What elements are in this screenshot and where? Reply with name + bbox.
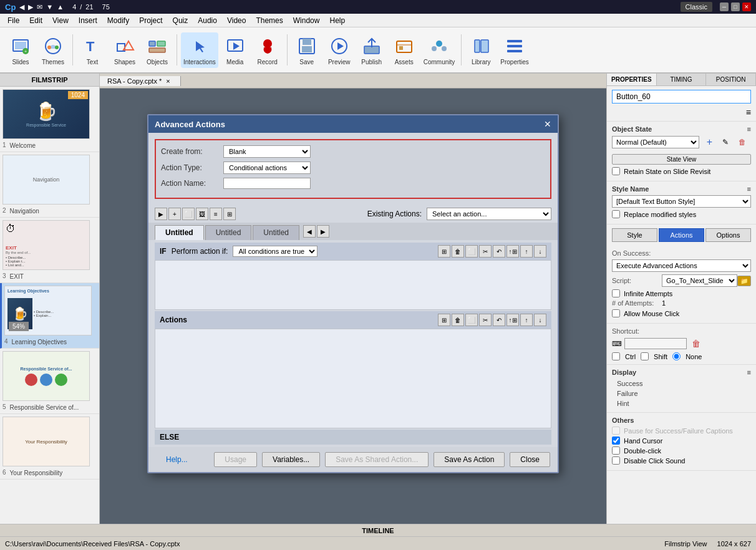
create-from-select[interactable]: Blank Template [223,145,311,158]
menu-help[interactable]: Help [324,15,350,26]
style-menu-icon[interactable]: ≡ [747,185,751,193]
if-up2-btn[interactable]: ↑ [520,245,533,258]
pause-checkbox[interactable] [612,427,620,435]
modal-tab-1[interactable]: Untitled [205,225,252,240]
tool-assets[interactable]: Assets [389,32,420,68]
nav-left-btn[interactable]: ◀ [19,3,24,11]
disable-click-checkbox[interactable] [612,456,620,465]
slide-thumb-4[interactable]: Learning Objectives 🍺 • Describe... • Ex… [0,283,99,349]
close-modal-button[interactable]: Close [510,452,550,467]
tool-library[interactable]: Library [465,32,497,68]
tool-text[interactable]: T Text [77,32,108,68]
hand-cursor-checkbox[interactable] [612,437,620,445]
act-up-btn[interactable]: ↑⊞ [506,314,519,326]
if-dup-btn[interactable]: ⬜ [465,245,478,258]
action-type-select[interactable]: Conditional actions Standard actions [223,162,311,174]
tool-slides[interactable]: + Slides [5,32,36,68]
if-cut-btn[interactable]: ✂ [479,245,492,258]
tab-nav-left[interactable]: ◀ [303,225,316,238]
kebab-menu-icon[interactable]: ≡ [746,107,751,117]
help-link[interactable]: Help... [156,453,198,466]
right-tab-timing[interactable]: TIMING [657,74,707,85]
tool-themes[interactable]: Themes [37,32,69,68]
state-view-button[interactable]: State View [612,154,751,165]
on-success-select[interactable]: Execute Advanced Actions [612,259,751,272]
tool-media[interactable]: Media [220,32,251,68]
menu-file[interactable]: File [2,15,24,26]
perform-action-select[interactable]: All conditions are true Any condition is… [233,246,317,257]
act-cut-btn[interactable]: ✂ [479,314,492,326]
close-button[interactable]: ✕ [742,2,751,11]
script-select[interactable]: Go_To_Next_Slide [662,274,737,287]
tool-record[interactable]: Record [252,32,283,68]
nav-right-btn[interactable]: ▶ [28,3,33,11]
email-icon[interactable]: ✉ [37,3,42,11]
menu-audio[interactable]: Audio [193,15,222,26]
menu-quiz[interactable]: Quiz [168,15,193,26]
right-tab-properties[interactable]: PROPERTIES [607,74,657,85]
tool-shapes[interactable]: Shapes [109,32,140,68]
act-down-btn[interactable]: ↓ [534,314,546,326]
if-undo-btn[interactable]: ↶ [493,245,505,258]
right-tab-position[interactable]: POSITION [706,74,756,85]
act-del-btn[interactable]: 🗑 [452,314,464,326]
replace-styles-checkbox[interactable] [612,210,620,218]
infinite-attempts-checkbox[interactable] [612,289,620,297]
maximize-button[interactable]: □ [731,2,740,11]
if-del-btn[interactable]: 🗑 [452,245,464,258]
classic-dropdown[interactable]: Classic [681,2,712,12]
menu-modify[interactable]: Modify [102,15,134,26]
canvas-tab-close[interactable]: × [163,77,172,85]
delete-state-btn[interactable]: 🗑 [734,137,751,148]
object-name-input[interactable] [612,90,751,104]
act-dup-btn[interactable]: ⬜ [465,314,478,326]
play-icon-btn[interactable]: ▶ [155,208,167,220]
act-undo-btn[interactable]: ↶ [493,314,505,326]
variables-button[interactable]: Variables... [262,452,320,467]
up-icon[interactable]: ▲ [57,3,64,11]
if-add-btn[interactable]: ⊞ [438,245,450,258]
slide-thumb-1[interactable]: 🍺 Responsible Service 1024 1 Welcome [0,87,99,152]
menu-project[interactable]: Project [134,15,167,26]
style-select[interactable]: [Default Text Button Style] [612,195,751,208]
add-state-btn[interactable]: + [702,135,717,149]
tool-preview[interactable]: Preview [324,32,355,68]
tab-nav-right[interactable]: ▶ [317,225,329,238]
tool-properties[interactable]: Properties [498,32,531,68]
menu-edit[interactable]: Edit [24,15,47,26]
existing-actions-select[interactable]: Select an action... [427,208,551,220]
act-up2-btn[interactable]: ↑ [520,314,533,326]
slide-thumb-5[interactable]: Responsible Service of... 5 Responsible … [0,349,99,414]
copy-icon-btn[interactable]: ⬜ [182,208,195,220]
modal-close-button[interactable]: ✕ [544,119,551,129]
state-select[interactable]: Normal (Default) [612,136,699,148]
down-icon[interactable]: ▼ [46,3,53,11]
if-down-btn[interactable]: ↓ [534,245,546,258]
minimize-button[interactable]: ─ [720,2,729,11]
tool-objects[interactable]: Objects [142,32,173,68]
add-icon-btn[interactable]: + [168,208,181,220]
inner-tab-actions[interactable]: Actions [659,228,704,242]
allow-mouse-checkbox[interactable] [612,309,620,317]
slide-thumb-3[interactable]: EXIT By the end of... • Describe... • Ex… [0,218,99,283]
act-add-btn[interactable]: ⊞ [438,314,450,326]
menu-insert[interactable]: Insert [74,15,102,26]
ctrl-checkbox[interactable] [612,352,620,360]
if-up-btn[interactable]: ↑⊞ [506,245,519,258]
save-shared-action-button[interactable]: Save As Shared Action... [325,452,429,467]
display-menu-icon[interactable]: ≡ [747,369,751,376]
list-icon-btn[interactable]: ≡ [210,208,222,220]
script-browse-btn[interactable]: 📁 [737,276,751,286]
image-icon-btn[interactable]: 🖼 [196,208,208,220]
tool-community[interactable]: Community [421,32,458,68]
usage-button[interactable]: Usage [214,452,257,467]
retain-state-checkbox[interactable] [612,167,620,175]
action-name-input[interactable] [223,178,311,189]
edit-state-btn[interactable]: ✎ [717,137,734,148]
none-radio[interactable] [672,352,681,360]
modal-tab-0[interactable]: Untitled [155,225,204,240]
tool-interactions[interactable]: Interactions [181,32,218,68]
slide-thumb-2[interactable]: Navigation 2 Navigation [0,152,99,218]
menu-view[interactable]: View [47,15,74,26]
menu-window[interactable]: Window [288,15,325,26]
